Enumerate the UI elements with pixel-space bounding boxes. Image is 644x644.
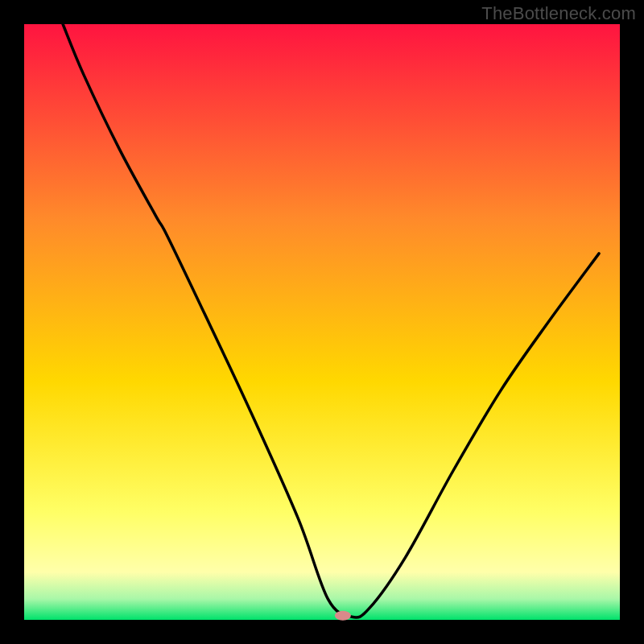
chart-frame: TheBottleneck.com: [0, 0, 644, 644]
plot-background: [24, 24, 620, 620]
optimal-point-marker: [335, 611, 351, 621]
bottleneck-chart: [0, 0, 644, 644]
watermark-label: TheBottleneck.com: [481, 3, 636, 24]
